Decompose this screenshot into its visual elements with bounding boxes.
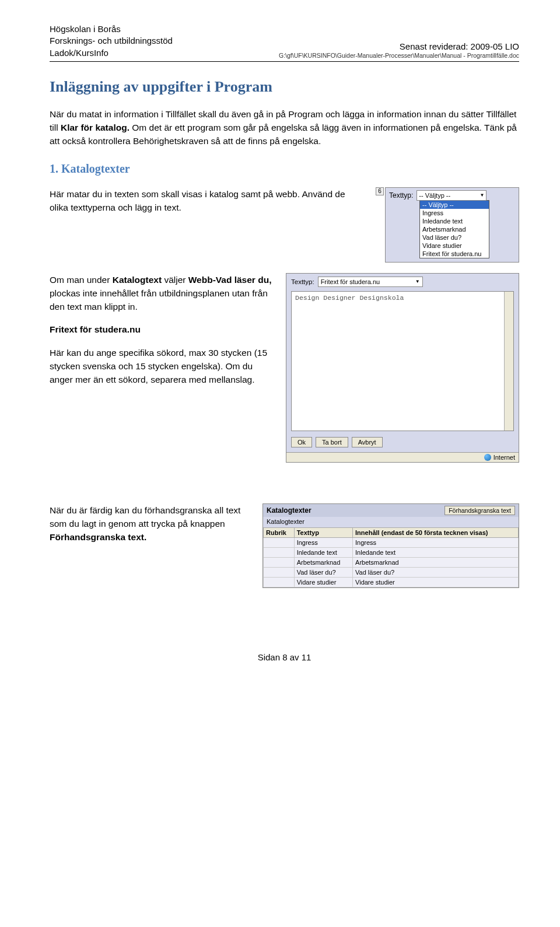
p3-post: plockas inte innehållet från utbildnings… (50, 288, 268, 312)
p2: Här matar du in texten som skall visas i… (50, 187, 365, 215)
col-texttyp: Texttyp (294, 527, 352, 537)
intro-bold: Klar för katalog. (61, 123, 130, 132)
p6-pre: När du är färdig kan du förhandsgranska … (50, 505, 240, 529)
katalogtexter-table: Rubrik Texttyp Innehåll (endast de 50 fö… (263, 527, 519, 587)
page-title: Inläggning av uppgifter i Program (50, 78, 519, 96)
p6: När du är färdig kan du förhandsgranska … (50, 503, 252, 544)
p3: Om man under Katalogtext väljer Webb-Vad… (50, 273, 275, 314)
screenshot-fritext-editor: Texttyp: Fritext för studera.nu ▼ Design… (286, 273, 519, 463)
texttyp-option[interactable]: Vidare studier (420, 242, 489, 250)
header-revised: Senast reviderad: 2009-05 LIO (279, 41, 519, 51)
table-row: Inledande textInledande text (264, 547, 519, 557)
fritext-value: Design Designer Designskola (295, 294, 404, 302)
scrollbar[interactable] (504, 292, 513, 431)
cancel-button[interactable]: Avbryt (352, 437, 383, 447)
table-row: ArbetsmarknadArbetsmarknad (264, 557, 519, 567)
texttyp-label-2: Texttyp: (291, 278, 314, 285)
fritext-textarea[interactable]: Design Designer Designskola (291, 291, 514, 431)
texttyp-options-list[interactable]: -- Väljtyp -- Ingress Inledande text Arb… (419, 200, 489, 258)
section-katalogtexter: 1. Katalogtexter (50, 162, 519, 176)
screenshot-texttyp-dropdown: 6 Texttyp: -- Väljtyp -- ▼ -- Väljtyp --… (376, 187, 519, 263)
header-org3: Ladok/KursInfo (50, 47, 173, 59)
step-number: 6 (376, 187, 384, 195)
texttyp-label: Texttyp: (389, 191, 413, 200)
katalogtexter-sub: Katalogtexter (263, 517, 519, 527)
status-internet: Internet (494, 454, 515, 461)
header-org2: Forsknings- och utbildningsstöd (50, 35, 173, 47)
col-innehall: Innehåll (endast de 50 första tecknen vi… (353, 527, 519, 537)
screenshot-katalogtexter-table: Katalogtexter Förhandskgranska text Kata… (262, 503, 519, 588)
page-footer: Sidan 8 av 11 (50, 652, 519, 662)
texttyp-selected-2: Fritext för studera.nu (321, 278, 380, 285)
ok-button[interactable]: Ok (291, 437, 312, 447)
texttyp-option[interactable]: Arbetsmarknad (420, 225, 489, 233)
texttyp-select-2[interactable]: Fritext för studera.nu ▼ (318, 277, 423, 287)
header-org1: Högskolan i Borås (50, 23, 173, 35)
texttyp-option[interactable]: Vad läser du? (420, 233, 489, 242)
p6-bold: Förhandsgranska text. (50, 532, 146, 542)
divider (50, 61, 519, 62)
texttyp-option[interactable]: Ingress (420, 209, 489, 217)
p4-fritext-heading: Fritext för studera.nu (50, 323, 275, 336)
header-path: G:\gf\UF\KURSINFO\Guider-Manualer-Proces… (279, 52, 519, 59)
col-rubrik: Rubrik (264, 527, 295, 537)
texttyp-selected: -- Väljtyp -- (419, 192, 450, 199)
delete-button[interactable]: Ta bort (316, 437, 348, 447)
table-row: Vidare studierVidare studier (264, 577, 519, 587)
texttyp-option[interactable]: Fritext för studera.nu (420, 250, 489, 258)
p3-b2: Webb-Vad läser du, (188, 275, 272, 285)
table-row: IngressIngress (264, 537, 519, 547)
texttyp-select[interactable]: -- Väljtyp -- ▼ (416, 190, 487, 201)
chevron-down-icon: ▼ (480, 193, 484, 198)
katalogtexter-header: Katalogtexter (267, 506, 312, 515)
p5: Här kan du ange specifika sökord, max 30… (50, 346, 275, 387)
chevron-down-icon: ▼ (415, 279, 420, 284)
internet-icon (484, 454, 491, 461)
p3-mid1: väljer (162, 275, 188, 285)
p3-pre: Om man under (50, 275, 113, 285)
texttyp-option[interactable]: Inledande text (420, 217, 489, 225)
p3-b1: Katalogtext (113, 275, 162, 285)
preview-text-button[interactable]: Förhandskgranska text (444, 506, 515, 515)
texttyp-option[interactable]: -- Väljtyp -- (420, 201, 489, 209)
intro-paragraph: När du matat in information i Tillfället… (50, 107, 519, 148)
table-row: Vad läser du?Vad läser du? (264, 567, 519, 577)
